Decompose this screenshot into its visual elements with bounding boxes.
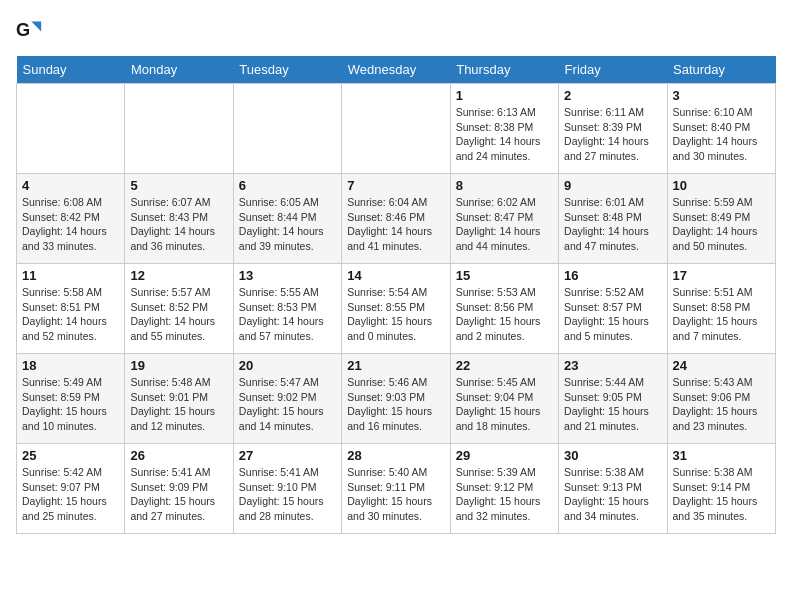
- day-cell: 6Sunrise: 6:05 AMSunset: 8:44 PMDaylight…: [233, 174, 341, 264]
- day-cell: 21Sunrise: 5:46 AMSunset: 9:03 PMDayligh…: [342, 354, 450, 444]
- day-info: Sunrise: 5:58 AMSunset: 8:51 PMDaylight:…: [22, 285, 119, 344]
- svg-marker-1: [31, 22, 41, 32]
- day-cell: 3Sunrise: 6:10 AMSunset: 8:40 PMDaylight…: [667, 84, 775, 174]
- day-number: 25: [22, 448, 119, 463]
- day-info: Sunrise: 5:39 AMSunset: 9:12 PMDaylight:…: [456, 465, 553, 524]
- logo-icon: G: [16, 16, 44, 44]
- day-number: 13: [239, 268, 336, 283]
- day-info: Sunrise: 6:10 AMSunset: 8:40 PMDaylight:…: [673, 105, 770, 164]
- day-cell: 30Sunrise: 5:38 AMSunset: 9:13 PMDayligh…: [559, 444, 667, 534]
- day-number: 26: [130, 448, 227, 463]
- day-number: 17: [673, 268, 770, 283]
- day-cell: 16Sunrise: 5:52 AMSunset: 8:57 PMDayligh…: [559, 264, 667, 354]
- day-info: Sunrise: 5:45 AMSunset: 9:04 PMDaylight:…: [456, 375, 553, 434]
- day-number: 5: [130, 178, 227, 193]
- day-info: Sunrise: 5:52 AMSunset: 8:57 PMDaylight:…: [564, 285, 661, 344]
- day-number: 18: [22, 358, 119, 373]
- day-cell: 7Sunrise: 6:04 AMSunset: 8:46 PMDaylight…: [342, 174, 450, 264]
- day-number: 9: [564, 178, 661, 193]
- day-number: 11: [22, 268, 119, 283]
- day-number: 27: [239, 448, 336, 463]
- day-cell: [17, 84, 125, 174]
- day-info: Sunrise: 6:01 AMSunset: 8:48 PMDaylight:…: [564, 195, 661, 254]
- day-info: Sunrise: 5:44 AMSunset: 9:05 PMDaylight:…: [564, 375, 661, 434]
- day-number: 10: [673, 178, 770, 193]
- day-info: Sunrise: 5:48 AMSunset: 9:01 PMDaylight:…: [130, 375, 227, 434]
- day-cell: 27Sunrise: 5:41 AMSunset: 9:10 PMDayligh…: [233, 444, 341, 534]
- day-number: 28: [347, 448, 444, 463]
- day-info: Sunrise: 6:05 AMSunset: 8:44 PMDaylight:…: [239, 195, 336, 254]
- day-info: Sunrise: 5:53 AMSunset: 8:56 PMDaylight:…: [456, 285, 553, 344]
- day-cell: 1Sunrise: 6:13 AMSunset: 8:38 PMDaylight…: [450, 84, 558, 174]
- page-header: G: [16, 16, 776, 44]
- day-info: Sunrise: 6:02 AMSunset: 8:47 PMDaylight:…: [456, 195, 553, 254]
- day-cell: 28Sunrise: 5:40 AMSunset: 9:11 PMDayligh…: [342, 444, 450, 534]
- day-cell: 10Sunrise: 5:59 AMSunset: 8:49 PMDayligh…: [667, 174, 775, 264]
- day-cell: 12Sunrise: 5:57 AMSunset: 8:52 PMDayligh…: [125, 264, 233, 354]
- day-number: 2: [564, 88, 661, 103]
- day-number: 29: [456, 448, 553, 463]
- day-cell: 9Sunrise: 6:01 AMSunset: 8:48 PMDaylight…: [559, 174, 667, 264]
- day-number: 19: [130, 358, 227, 373]
- day-info: Sunrise: 5:41 AMSunset: 9:09 PMDaylight:…: [130, 465, 227, 524]
- day-number: 15: [456, 268, 553, 283]
- weekday-header-sunday: Sunday: [17, 56, 125, 84]
- day-info: Sunrise: 5:49 AMSunset: 8:59 PMDaylight:…: [22, 375, 119, 434]
- day-info: Sunrise: 5:47 AMSunset: 9:02 PMDaylight:…: [239, 375, 336, 434]
- day-cell: 19Sunrise: 5:48 AMSunset: 9:01 PMDayligh…: [125, 354, 233, 444]
- day-cell: 8Sunrise: 6:02 AMSunset: 8:47 PMDaylight…: [450, 174, 558, 264]
- weekday-header-thursday: Thursday: [450, 56, 558, 84]
- day-number: 7: [347, 178, 444, 193]
- day-number: 23: [564, 358, 661, 373]
- day-cell: 4Sunrise: 6:08 AMSunset: 8:42 PMDaylight…: [17, 174, 125, 264]
- day-info: Sunrise: 5:41 AMSunset: 9:10 PMDaylight:…: [239, 465, 336, 524]
- day-number: 8: [456, 178, 553, 193]
- svg-text:G: G: [16, 20, 30, 40]
- day-number: 1: [456, 88, 553, 103]
- day-info: Sunrise: 6:11 AMSunset: 8:39 PMDaylight:…: [564, 105, 661, 164]
- day-cell: 17Sunrise: 5:51 AMSunset: 8:58 PMDayligh…: [667, 264, 775, 354]
- day-cell: 24Sunrise: 5:43 AMSunset: 9:06 PMDayligh…: [667, 354, 775, 444]
- day-number: 14: [347, 268, 444, 283]
- week-row-2: 4Sunrise: 6:08 AMSunset: 8:42 PMDaylight…: [17, 174, 776, 264]
- day-cell: [125, 84, 233, 174]
- day-info: Sunrise: 5:51 AMSunset: 8:58 PMDaylight:…: [673, 285, 770, 344]
- day-info: Sunrise: 5:38 AMSunset: 9:14 PMDaylight:…: [673, 465, 770, 524]
- day-number: 12: [130, 268, 227, 283]
- day-number: 3: [673, 88, 770, 103]
- day-cell: [233, 84, 341, 174]
- day-cell: 2Sunrise: 6:11 AMSunset: 8:39 PMDaylight…: [559, 84, 667, 174]
- calendar-table: SundayMondayTuesdayWednesdayThursdayFrid…: [16, 56, 776, 534]
- weekday-header-saturday: Saturday: [667, 56, 775, 84]
- week-row-5: 25Sunrise: 5:42 AMSunset: 9:07 PMDayligh…: [17, 444, 776, 534]
- day-cell: 14Sunrise: 5:54 AMSunset: 8:55 PMDayligh…: [342, 264, 450, 354]
- day-info: Sunrise: 6:04 AMSunset: 8:46 PMDaylight:…: [347, 195, 444, 254]
- day-cell: 31Sunrise: 5:38 AMSunset: 9:14 PMDayligh…: [667, 444, 775, 534]
- weekday-header-wednesday: Wednesday: [342, 56, 450, 84]
- day-cell: 5Sunrise: 6:07 AMSunset: 8:43 PMDaylight…: [125, 174, 233, 264]
- day-number: 31: [673, 448, 770, 463]
- weekday-header-tuesday: Tuesday: [233, 56, 341, 84]
- weekday-header-row: SundayMondayTuesdayWednesdayThursdayFrid…: [17, 56, 776, 84]
- day-info: Sunrise: 5:43 AMSunset: 9:06 PMDaylight:…: [673, 375, 770, 434]
- weekday-header-monday: Monday: [125, 56, 233, 84]
- logo: G: [16, 16, 48, 44]
- day-number: 6: [239, 178, 336, 193]
- day-info: Sunrise: 6:13 AMSunset: 8:38 PMDaylight:…: [456, 105, 553, 164]
- day-cell: 15Sunrise: 5:53 AMSunset: 8:56 PMDayligh…: [450, 264, 558, 354]
- day-info: Sunrise: 5:42 AMSunset: 9:07 PMDaylight:…: [22, 465, 119, 524]
- day-info: Sunrise: 5:57 AMSunset: 8:52 PMDaylight:…: [130, 285, 227, 344]
- day-number: 22: [456, 358, 553, 373]
- day-info: Sunrise: 5:40 AMSunset: 9:11 PMDaylight:…: [347, 465, 444, 524]
- day-info: Sunrise: 5:38 AMSunset: 9:13 PMDaylight:…: [564, 465, 661, 524]
- day-number: 16: [564, 268, 661, 283]
- day-cell: 25Sunrise: 5:42 AMSunset: 9:07 PMDayligh…: [17, 444, 125, 534]
- day-cell: 20Sunrise: 5:47 AMSunset: 9:02 PMDayligh…: [233, 354, 341, 444]
- day-info: Sunrise: 5:54 AMSunset: 8:55 PMDaylight:…: [347, 285, 444, 344]
- day-info: Sunrise: 5:55 AMSunset: 8:53 PMDaylight:…: [239, 285, 336, 344]
- week-row-1: 1Sunrise: 6:13 AMSunset: 8:38 PMDaylight…: [17, 84, 776, 174]
- day-cell: 11Sunrise: 5:58 AMSunset: 8:51 PMDayligh…: [17, 264, 125, 354]
- day-cell: [342, 84, 450, 174]
- day-cell: 23Sunrise: 5:44 AMSunset: 9:05 PMDayligh…: [559, 354, 667, 444]
- day-cell: 13Sunrise: 5:55 AMSunset: 8:53 PMDayligh…: [233, 264, 341, 354]
